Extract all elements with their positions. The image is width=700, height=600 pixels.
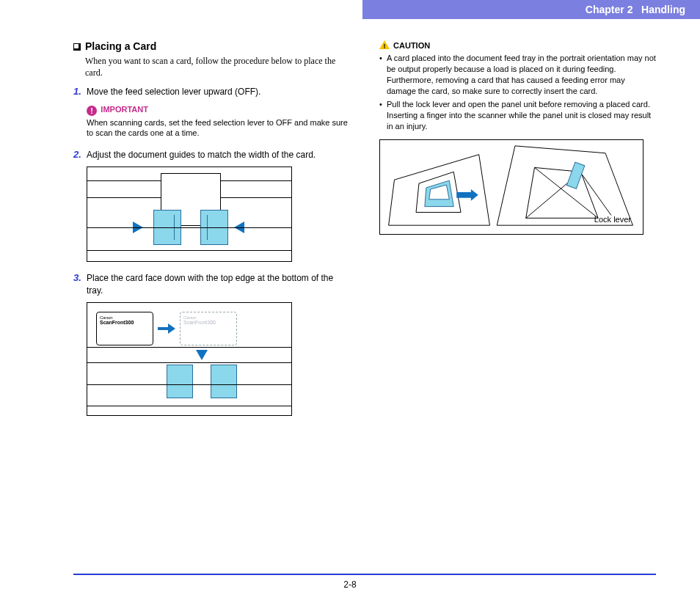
caution-list: A card placed into the document feed tra…: [379, 53, 656, 132]
step-1: Move the feed selection lever upward (OF…: [73, 86, 350, 139]
figure-guides: [87, 167, 292, 262]
card-model: ScanFront300: [100, 320, 134, 325]
warning-icon: [379, 40, 390, 49]
important-note: ! IMPORTANT When scanning cards, set the…: [87, 104, 350, 139]
chapter-title: Handling: [641, 4, 685, 15]
step-2: Adjust the document guides to match the …: [73, 149, 350, 262]
step-1-text: Move the feed selection lever upward (OF…: [87, 86, 350, 98]
caution-label: CAUTION: [393, 41, 430, 50]
step-2-text: Adjust the document guides to match the …: [87, 149, 350, 161]
important-text: When scanning cards, set the feed select…: [87, 117, 350, 139]
card-ghost-brand: Canon: [183, 315, 233, 321]
caution-heading: CAUTION: [379, 40, 656, 50]
figure-card-placement: Canon ScanFront300 Canon ScanFront300: [87, 302, 292, 416]
card-ghost: Canon ScanFront300: [180, 312, 237, 345]
heading-bullet-icon: [73, 43, 81, 51]
section-heading: Placing a Card: [73, 40, 350, 52]
card-front: Canon ScanFront300: [96, 312, 153, 345]
chapter-header: Chapter 2 Handling: [362, 0, 700, 19]
important-label: IMPORTANT: [101, 105, 148, 114]
lock-lever-label: Lock lever: [594, 215, 631, 224]
page-number: 2-8: [0, 579, 700, 590]
card-brand: Canon: [100, 315, 150, 321]
arrow-right-icon: [158, 323, 175, 334]
chapter-number: Chapter 2: [586, 4, 633, 15]
card-ghost-model: ScanFront300: [183, 320, 216, 325]
caution-item-1: A card placed into the document feed tra…: [379, 53, 656, 96]
left-column: Placing a Card When you want to scan a c…: [73, 40, 350, 426]
page-body: Placing a Card When you want to scan a c…: [73, 40, 656, 426]
step-3-text: Place the card face down with the top ed…: [87, 272, 350, 296]
right-column: CAUTION A card placed into the document …: [379, 40, 656, 426]
footer-rule: [73, 574, 656, 575]
caution-item-2: Pull the lock lever and open the panel u…: [379, 99, 656, 132]
heading-text: Placing a Card: [85, 40, 156, 52]
step-3: Place the card face down with the top ed…: [73, 272, 350, 415]
arrow-down-icon: [196, 350, 208, 360]
section-intro: When you want to scan a card, follow the…: [85, 55, 350, 78]
important-icon: !: [87, 106, 97, 116]
steps-list: Move the feed selection lever upward (OF…: [73, 86, 350, 415]
figure-lock-lever: Lock lever: [379, 139, 644, 235]
